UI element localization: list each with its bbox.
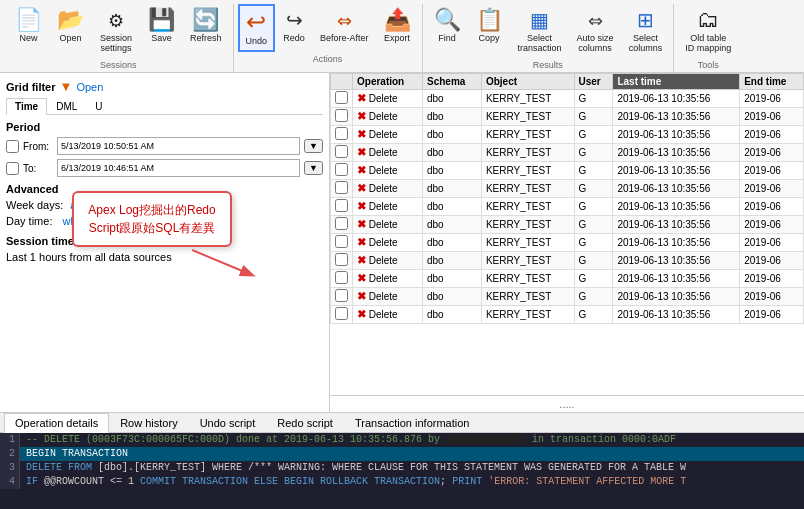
table-row[interactable]: ✖ Delete dbo KERRY_TEST G 2019-06-13 10:… bbox=[331, 216, 804, 234]
open-filter-link[interactable]: Open bbox=[76, 81, 103, 93]
copy-button[interactable]: Copy bbox=[469, 4, 510, 58]
table-body: ✖ Delete dbo KERRY_TEST G 2019-06-13 10:… bbox=[331, 90, 804, 324]
table-row[interactable]: ✖ Delete dbo KERRY_TEST G 2019-06-13 10:… bbox=[331, 90, 804, 108]
from-dropdown[interactable]: ▼ bbox=[304, 139, 323, 153]
row-checkbox[interactable] bbox=[335, 181, 348, 194]
tab-dml[interactable]: DML bbox=[47, 98, 86, 114]
refresh-icon bbox=[192, 9, 219, 31]
to-checkbox[interactable] bbox=[6, 162, 19, 175]
delete-icon: ✖ bbox=[357, 164, 366, 176]
line-num-3: 3 bbox=[0, 461, 20, 475]
row-checkbox[interactable] bbox=[335, 235, 348, 248]
row-checkbox[interactable] bbox=[335, 145, 348, 158]
row-checkbox[interactable] bbox=[335, 127, 348, 140]
undo-label: Undo bbox=[246, 36, 268, 46]
oldtable-icon bbox=[697, 9, 719, 31]
delete-icon: ✖ bbox=[357, 308, 366, 320]
open-button[interactable]: Open bbox=[50, 4, 91, 58]
tab-redo-script[interactable]: Redo script bbox=[266, 413, 344, 432]
table-row[interactable]: ✖ Delete dbo KERRY_TEST G 2019-06-13 10:… bbox=[331, 252, 804, 270]
find-button[interactable]: Find bbox=[427, 4, 468, 58]
delete-icon: ✖ bbox=[357, 254, 366, 266]
auto-size-columns-button[interactable]: Auto sizecolumns bbox=[570, 4, 621, 58]
col-end-time: End time bbox=[740, 74, 804, 90]
tab-operation-details[interactable]: Operation details bbox=[4, 413, 109, 433]
refresh-button[interactable]: Refresh bbox=[183, 4, 229, 58]
period-title: Period bbox=[6, 121, 323, 133]
row-checkbox[interactable] bbox=[335, 217, 348, 230]
table-row[interactable]: ✖ Delete dbo KERRY_TEST G 2019-06-13 10:… bbox=[331, 198, 804, 216]
row-checkbox[interactable] bbox=[335, 307, 348, 320]
table-row[interactable]: ✖ Delete dbo KERRY_TEST G 2019-06-13 10:… bbox=[331, 234, 804, 252]
data-table: Operation Schema Object User Last time E… bbox=[330, 73, 804, 324]
sessions-buttons: New Open Sessionsettings Save Refresh bbox=[8, 4, 229, 58]
row-checkbox[interactable] bbox=[335, 253, 348, 266]
table-row[interactable]: ✖ Delete dbo KERRY_TEST G 2019-06-13 10:… bbox=[331, 162, 804, 180]
save-label: Save bbox=[151, 33, 172, 43]
line-num-2: 2 bbox=[0, 447, 20, 461]
delete-icon: ✖ bbox=[357, 290, 366, 302]
delete-icon: ✖ bbox=[357, 146, 366, 158]
save-icon bbox=[148, 9, 175, 31]
tab-u[interactable]: U bbox=[86, 98, 111, 114]
before-after-button[interactable]: Before-After bbox=[313, 4, 376, 52]
row-checkbox[interactable] bbox=[335, 199, 348, 212]
find-icon bbox=[434, 9, 461, 31]
table-row[interactable]: ✖ Delete dbo KERRY_TEST G 2019-06-13 10:… bbox=[331, 108, 804, 126]
new-label: New bbox=[19, 33, 37, 43]
select-transaction-button[interactable]: Selecttransaction bbox=[511, 4, 569, 58]
tab-transaction-info[interactable]: Transaction information bbox=[344, 413, 481, 432]
delete-icon: ✖ bbox=[357, 128, 366, 140]
undo-button[interactable]: Undo bbox=[238, 4, 276, 52]
to-input[interactable] bbox=[57, 159, 300, 177]
table-row[interactable]: ✖ Delete dbo KERRY_TEST G 2019-06-13 10:… bbox=[331, 306, 804, 324]
actions-buttons: Undo Redo Before-After Export bbox=[238, 4, 418, 52]
redo-label: Redo bbox=[283, 33, 305, 43]
row-checkbox[interactable] bbox=[335, 163, 348, 176]
line-num-4: 4 bbox=[0, 475, 20, 489]
tab-time[interactable]: Time bbox=[6, 98, 47, 115]
line-content-1: -- DELETE (0003F73C:000065FC:000D) done … bbox=[20, 433, 804, 447]
col-last-time: Last time bbox=[613, 74, 740, 90]
col-object: Object bbox=[481, 74, 574, 90]
table-row[interactable]: ✖ Delete dbo KERRY_TEST G 2019-06-13 10:… bbox=[331, 144, 804, 162]
table-row[interactable]: ✖ Delete dbo KERRY_TEST G 2019-06-13 10:… bbox=[331, 126, 804, 144]
session-settings-button[interactable]: Sessionsettings bbox=[92, 4, 140, 58]
main-content: Grid filter ▼ Open Time DML U Apex Log挖掘… bbox=[0, 73, 804, 412]
session-label: Sessionsettings bbox=[100, 33, 132, 53]
autosize-icon bbox=[588, 9, 603, 31]
row-checkbox[interactable] bbox=[335, 91, 348, 104]
week-days-label: Week days: bbox=[6, 199, 66, 211]
day-time-label: Day time: bbox=[6, 215, 59, 227]
filter-icon: ▼ bbox=[60, 79, 73, 94]
row-checkbox[interactable] bbox=[335, 109, 348, 122]
code-line-4: 4 IF @@ROWCOUNT <= 1 COMMIT TRANSACTION … bbox=[0, 475, 804, 489]
delete-icon: ✖ bbox=[357, 200, 366, 212]
from-label: From: bbox=[23, 141, 53, 152]
save-button[interactable]: Save bbox=[141, 4, 182, 58]
delete-icon: ✖ bbox=[357, 218, 366, 230]
row-checkbox[interactable] bbox=[335, 289, 348, 302]
new-button[interactable]: New bbox=[8, 4, 49, 58]
data-table-container[interactable]: Operation Schema Object User Last time E… bbox=[330, 73, 804, 395]
tab-row-history[interactable]: Row history bbox=[109, 413, 188, 432]
tooltip-text: Apex Log挖掘出的RedoScript跟原始SQL有差異 bbox=[88, 203, 215, 235]
redo-button[interactable]: Redo bbox=[276, 4, 312, 52]
tab-undo-script[interactable]: Undo script bbox=[189, 413, 267, 432]
code-area[interactable]: 1 -- DELETE (0003F73C:000065FC:000D) don… bbox=[0, 433, 804, 509]
copy-label: Copy bbox=[479, 33, 500, 43]
code-line-2: 2 BEGIN TRANSACTION bbox=[0, 447, 804, 461]
session-icon bbox=[108, 9, 124, 31]
export-button[interactable]: Export bbox=[377, 4, 418, 52]
from-input[interactable] bbox=[57, 137, 300, 155]
select-cols-label: Selectcolumns bbox=[629, 33, 663, 53]
table-row[interactable]: ✖ Delete dbo KERRY_TEST G 2019-06-13 10:… bbox=[331, 270, 804, 288]
from-checkbox[interactable] bbox=[6, 140, 19, 153]
table-row[interactable]: ✖ Delete dbo KERRY_TEST G 2019-06-13 10:… bbox=[331, 180, 804, 198]
to-dropdown[interactable]: ▼ bbox=[304, 161, 323, 175]
table-row[interactable]: ✖ Delete dbo KERRY_TEST G 2019-06-13 10:… bbox=[331, 288, 804, 306]
select-columns-button[interactable]: Selectcolumns bbox=[622, 4, 670, 58]
old-table-id-button[interactable]: Old tableID mapping bbox=[678, 4, 738, 58]
row-checkbox[interactable] bbox=[335, 271, 348, 284]
to-label: To: bbox=[23, 163, 53, 174]
